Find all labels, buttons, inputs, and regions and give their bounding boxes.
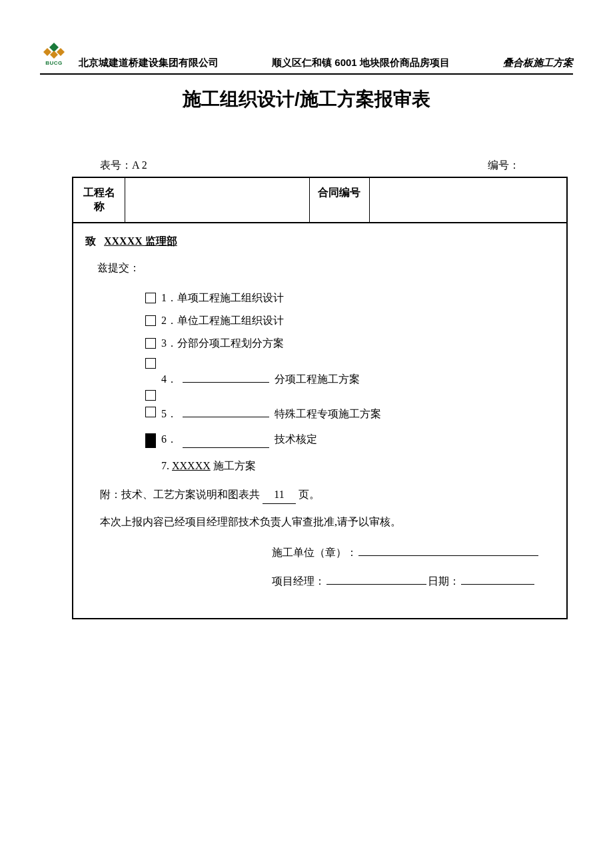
signature-block: 施工单位（章）： 项目经理： 日期： xyxy=(272,544,554,590)
svg-marker-0 xyxy=(49,43,59,52)
sig-unit-field[interactable] xyxy=(358,545,538,556)
recipient-prefix: 致 xyxy=(85,235,96,247)
item-5-suffix: 特殊工程专项施工方案 xyxy=(275,405,381,423)
item-6: 6． 技术核定 xyxy=(145,428,554,448)
recipient-name: XXXXX 监理部 xyxy=(104,235,177,247)
form-body: 致 XXXXX 监理部 兹提交： 1．单项工程施工组织设计 2．单位工程施工组织… xyxy=(73,223,566,618)
item-2: 2．单位工程施工组织设计 xyxy=(145,311,554,331)
item-1-label: 1．单项工程施工组织设计 xyxy=(161,289,284,307)
checkbox-6[interactable] xyxy=(145,433,156,448)
item-4-blank[interactable] xyxy=(183,372,269,383)
attach-pages: 11 xyxy=(263,486,296,504)
item-6-suffix: 技术核定 xyxy=(275,431,317,448)
checkbox-5[interactable] xyxy=(145,407,156,417)
sig-pm-line: 项目经理： 日期： xyxy=(272,573,554,590)
item-4-boxrow xyxy=(145,356,554,371)
checkbox-2[interactable] xyxy=(145,315,156,326)
sig-pm-label: 项目经理： xyxy=(272,573,325,590)
attach-suffix: 页。 xyxy=(299,489,320,500)
review-note: 本次上报内容已经项目经理部技术负责人审查批准,请予以审核。 xyxy=(100,513,554,531)
sig-pm-field[interactable] xyxy=(326,574,426,585)
item-5-blank[interactable] xyxy=(183,407,269,417)
table-header-row: 工程名称 合同编号 xyxy=(73,178,566,223)
checkbox-1[interactable] xyxy=(145,293,156,303)
item-5-boxrow xyxy=(145,388,554,403)
intro-text: 兹提交： xyxy=(97,259,554,277)
company-logo: BUCG xyxy=(40,40,68,68)
item-3: 3．分部分项工程划分方案 xyxy=(145,333,554,353)
item-7-name: XXXXX xyxy=(172,460,211,471)
logo-text: BUCG xyxy=(45,60,63,66)
header-company: 北京城建道桥建设集团有限公司 xyxy=(79,57,219,69)
item-3-label: 3．分部分项工程划分方案 xyxy=(161,335,284,352)
checkbox-4b[interactable] xyxy=(145,390,156,401)
sig-date-field[interactable] xyxy=(461,574,534,585)
item-1: 1．单项工程施工组织设计 xyxy=(145,288,554,308)
item-6-prefix: 6． xyxy=(161,431,177,448)
meta-row: 表号：A 2 编号： xyxy=(40,159,573,177)
header-project: 顺义区仁和镇 6001 地块限价商品房项目 xyxy=(227,57,495,69)
checkbox-spacer xyxy=(145,372,156,383)
item-4-prefix: 4． xyxy=(161,371,177,388)
item-7: 7. XXXXX 施工方案 xyxy=(161,457,554,475)
checkbox-4a[interactable] xyxy=(145,358,156,369)
sig-date-label: 日期： xyxy=(428,573,460,590)
serial-number-label: 编号： xyxy=(488,159,560,173)
item-5: 5． 特殊工程专项施工方案 xyxy=(145,405,554,425)
item-4-suffix: 分项工程施工方案 xyxy=(275,371,360,388)
item-2-label: 2．单位工程施工组织设计 xyxy=(161,312,284,329)
field-contract-no[interactable] xyxy=(370,178,566,222)
item-4: 4． 分项工程施工方案 xyxy=(145,371,554,388)
field-project-name[interactable] xyxy=(125,178,310,222)
recipient-line: 致 XXXXX 监理部 xyxy=(85,233,554,250)
item-5-prefix: 5． xyxy=(161,405,177,423)
checkbox-3[interactable] xyxy=(145,338,156,349)
sig-unit-label: 施工单位（章）： xyxy=(272,544,357,561)
sig-unit-line: 施工单位（章）： xyxy=(272,544,554,561)
page: BUCG 北京城建道桥建设集团有限公司 顺义区仁和镇 6001 地块限价商品房项… xyxy=(0,0,613,619)
item-7-prefix: 7. xyxy=(161,460,169,471)
form-number: 表号：A 2 xyxy=(100,159,147,173)
label-project-name: 工程名称 xyxy=(73,178,125,222)
page-header: BUCG 北京城建道桥建设集团有限公司 顺义区仁和镇 6001 地块限价商品房项… xyxy=(40,40,573,75)
label-contract-no: 合同编号 xyxy=(310,178,370,222)
attach-prefix: 附：技术、工艺方案说明和图表共 xyxy=(100,489,260,500)
header-doctype: 叠合板施工方案 xyxy=(503,57,573,69)
attachment-line: 附：技术、工艺方案说明和图表共 11 页。 xyxy=(100,486,554,504)
item-7-suffix: 施工方案 xyxy=(213,460,256,471)
page-title: 施工组织设计/施工方案报审表 xyxy=(40,87,573,112)
form-table: 工程名称 合同编号 致 XXXXX 监理部 兹提交： 1．单项工程施工组织设计 … xyxy=(72,177,568,619)
item-6-blank[interactable] xyxy=(183,437,269,448)
